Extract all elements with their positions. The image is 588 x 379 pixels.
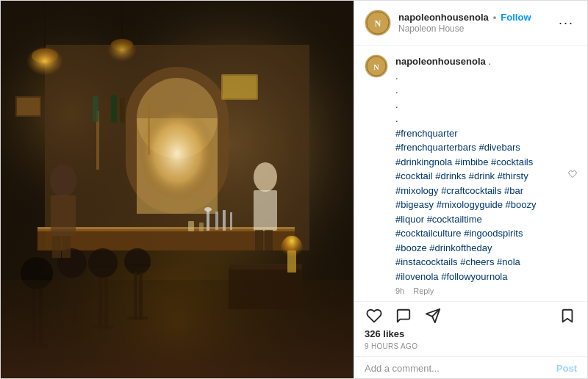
svg-rect-46	[62, 236, 71, 258]
svg-rect-13	[148, 104, 150, 155]
svg-rect-62	[199, 223, 204, 231]
post-header: N napoleonhousenola • Follow Napoleon Ho…	[354, 1, 587, 46]
svg-point-53	[26, 46, 63, 76]
post-comment-button[interactable]: Post	[556, 363, 577, 374]
more-options-icon[interactable]: ···	[556, 15, 577, 31]
svg-rect-58	[223, 76, 257, 98]
separator-dot: •	[493, 12, 497, 23]
header-sub-label: Napoleon House	[398, 24, 548, 34]
add-comment-input[interactable]	[365, 363, 551, 374]
comment-button[interactable]	[394, 306, 413, 325]
header-user-info: napoleonhousenola • Follow Napoleon Hous…	[398, 12, 548, 34]
svg-point-47	[254, 162, 277, 192]
likes-count: 326 likes	[354, 325, 587, 341]
svg-rect-60	[17, 98, 40, 115]
post-photo	[1, 1, 354, 379]
caption-body: napoleonhousenola ..... #frenchquarter#f…	[395, 54, 561, 295]
add-comment-row: Post	[354, 356, 587, 379]
svg-rect-18	[207, 210, 209, 231]
follow-button[interactable]: Follow	[501, 12, 531, 23]
svg-rect-50	[265, 230, 273, 250]
like-button[interactable]	[365, 306, 384, 325]
svg-rect-61	[188, 221, 194, 231]
svg-rect-21	[223, 210, 226, 231]
caption-row: N napoleonhousenola ..... #frenchquarter…	[365, 54, 577, 295]
svg-rect-16	[111, 95, 117, 123]
svg-rect-15	[102, 100, 107, 122]
header-username[interactable]: napoleonhousenola	[398, 12, 489, 23]
svg-point-8	[129, 89, 225, 206]
share-button[interactable]	[423, 306, 442, 325]
svg-rect-14	[93, 96, 98, 122]
svg-point-39	[124, 248, 151, 275]
svg-text:N: N	[375, 18, 381, 29]
bookmark-button[interactable]	[558, 306, 577, 325]
caption-username[interactable]: napoleonhousenola	[395, 56, 486, 67]
svg-rect-45	[52, 236, 61, 258]
avatar: N	[365, 10, 391, 36]
svg-point-43	[50, 165, 76, 197]
caption-reply[interactable]: Reply	[413, 286, 434, 295]
time-ago: 9 HOURS AGO	[354, 341, 587, 356]
caption-meta: 9h Reply	[395, 286, 561, 295]
svg-text:N: N	[373, 63, 379, 71]
caption-time: 9h	[395, 286, 404, 295]
caption-heart-button[interactable]	[568, 54, 577, 295]
caption-avatar: N	[365, 54, 388, 78]
comments-area[interactable]: N napoleonhousenola ..... #frenchquarter…	[354, 46, 587, 302]
svg-rect-20	[215, 212, 218, 230]
caption-text: napoleonhousenola ..... #frenchquarter#f…	[395, 54, 561, 284]
post-info-panel: N napoleonhousenola • Follow Napoleon Ho…	[354, 1, 587, 379]
svg-rect-49	[255, 230, 263, 250]
svg-rect-44	[51, 195, 76, 236]
svg-point-19	[204, 207, 212, 212]
svg-rect-22	[230, 212, 232, 230]
caption-hashtags: #frenchquarter#frenchquarterbars #diveba…	[395, 128, 537, 282]
svg-point-67	[281, 236, 303, 262]
svg-rect-17	[120, 98, 125, 123]
actions-row	[354, 302, 587, 325]
svg-point-29	[88, 248, 118, 278]
svg-point-56	[107, 38, 137, 62]
svg-rect-48	[254, 190, 277, 231]
